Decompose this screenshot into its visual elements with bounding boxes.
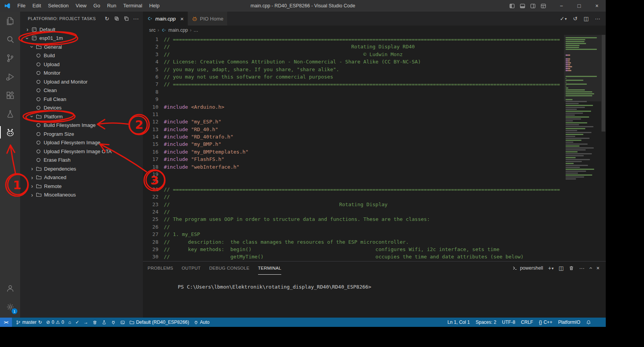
scrollbar-thumb[interactable] (602, 35, 605, 132)
line-number[interactable]: 26 (143, 223, 158, 231)
platformio-icon[interactable] (0, 123, 20, 142)
line-number[interactable]: 5 (143, 66, 158, 73)
cursor-position-item[interactable]: Ln 1, Col 1 (447, 320, 470, 325)
code-line[interactable]: 26// (143, 223, 564, 231)
line-number[interactable]: 22 (143, 193, 158, 200)
pio-home-button[interactable]: ⌂ (68, 320, 71, 325)
serial-port-item[interactable]: Auto (194, 320, 210, 325)
code-line[interactable]: 17#include "FlashFS.h" (143, 156, 564, 163)
code-text[interactable]: // =====================================… (158, 80, 560, 88)
code-line[interactable]: 10#include <Arduino.h> (143, 103, 564, 111)
code-text[interactable]: // (158, 193, 170, 200)
toggle-secondary-sidebar-icon[interactable] (530, 3, 536, 9)
code-text[interactable]: // key methods: begin() configures Wifi,… (158, 246, 500, 253)
code-line[interactable]: 11 (143, 111, 564, 118)
code-text[interactable]: // =====================================… (158, 36, 560, 43)
code-text[interactable]: #include "RD_40trafo.h" (158, 133, 233, 140)
editor[interactable]: 1// ====================================… (143, 35, 606, 261)
code-text[interactable]: // 1. my_ESP (158, 231, 200, 238)
line-number[interactable]: 12 (143, 118, 158, 125)
code-line[interactable]: 15#include "my_BMP.h" (143, 140, 564, 148)
code-line[interactable]: 31// myPassword() returns Wifi Password … (143, 261, 564, 261)
customize-layout-icon[interactable] (540, 3, 546, 9)
line-number[interactable]: 6 (143, 73, 158, 80)
code-text[interactable]: // description: the class manages the re… (158, 238, 409, 246)
tree-item-program-size[interactable]: Program Size (20, 130, 143, 138)
tree-item-advanced[interactable]: ›Advanced (20, 173, 143, 182)
code-text[interactable]: // you may use, adapt, share. If you sha… (158, 66, 339, 73)
platformio-status-item[interactable]: PlatformIO (558, 320, 580, 325)
line-number[interactable]: 19 (143, 171, 158, 178)
line-number[interactable]: 30 (143, 253, 158, 260)
tree-item-general[interactable]: ›General (20, 43, 143, 51)
tree-item-erase-flash[interactable]: Erase Flash (20, 156, 143, 165)
tree-item-upload[interactable]: Upload (20, 60, 143, 69)
code-line[interactable]: 21// ===================================… (143, 186, 564, 193)
new-terminal-button[interactable] (120, 320, 125, 325)
code-line[interactable]: 24// (143, 208, 564, 215)
tab-debug-console[interactable]: DEBUG CONSOLE (209, 262, 249, 275)
tree-item-default[interactable]: ›Default (20, 25, 143, 34)
code-line[interactable]: 9 (143, 96, 564, 103)
run-and-debug-icon[interactable] (0, 67, 20, 86)
menu-item[interactable]: File (14, 0, 29, 12)
menu-item[interactable]: Help (146, 0, 163, 12)
line-number[interactable]: 8 (143, 88, 158, 96)
tree-item-build[interactable]: Build (20, 51, 143, 60)
code-line[interactable]: 23// Rotating Display (143, 201, 564, 208)
more-actions-icon[interactable]: ··· (133, 15, 139, 22)
close-panel-icon[interactable]: × (596, 265, 600, 271)
maximize-panel-icon[interactable]: › (587, 267, 593, 269)
indentation-item[interactable]: Spaces: 2 (476, 320, 496, 325)
accounts-icon[interactable] (0, 279, 20, 297)
line-number[interactable]: 25 (143, 215, 158, 223)
code-line[interactable]: 25// The program uses OOP in order to st… (143, 215, 564, 223)
serial-monitor-button[interactable] (111, 320, 116, 325)
editor-scrollbar[interactable] (601, 35, 606, 261)
code-lines[interactable]: 1// ====================================… (143, 35, 564, 261)
code-line[interactable]: 1// ====================================… (143, 36, 564, 43)
code-line[interactable]: 20 (143, 178, 564, 185)
line-number[interactable]: 16 (143, 148, 158, 156)
terminal[interactable]: PS C:\Users\lbmon\Elektronik\rotating_di… (143, 275, 606, 296)
line-number[interactable]: 3 (143, 51, 158, 58)
code-line[interactable]: 14#include "RD_40trafo.h" (143, 133, 564, 140)
remote-indicator[interactable]: >< (0, 318, 12, 327)
breadcrumb[interactable]: src › main.cpp › … (143, 26, 606, 35)
code-line[interactable]: 2// Rotating Display RD40 (143, 43, 564, 50)
code-line[interactable]: 19 (143, 171, 564, 178)
pio-clean-button[interactable] (92, 320, 97, 325)
code-text[interactable]: // Rotating Display RD40 (158, 43, 415, 50)
minimize-button[interactable]: − (552, 0, 570, 12)
code-line[interactable]: 30// getMyTime() occupies the time and d… (143, 253, 564, 260)
minimap[interactable] (564, 35, 601, 261)
line-number[interactable]: 13 (143, 126, 158, 133)
code-line[interactable]: 8 (143, 88, 564, 96)
code-text[interactable] (158, 171, 164, 178)
line-number[interactable]: 20 (143, 178, 158, 185)
tab-output[interactable]: OUTPUT (182, 262, 201, 275)
line-number[interactable]: 9 (143, 96, 158, 103)
split-editor-icon[interactable]: ◫ (584, 15, 589, 22)
tab-terminal[interactable]: TERMINAL (258, 262, 282, 275)
code-line[interactable]: 29// key methods: begin() configures Wif… (143, 246, 564, 253)
run-check-icon[interactable]: ✓▾ (560, 15, 567, 22)
pio-test-button[interactable] (102, 320, 107, 325)
code-line[interactable]: 6// you may not use this software for co… (143, 73, 564, 80)
line-number[interactable]: 27 (143, 231, 158, 238)
line-number[interactable]: 4 (143, 58, 158, 65)
code-text[interactable]: // The program uses OOP in order to stru… (158, 215, 430, 223)
tree-item-esp01-1m[interactable]: ›esp01_1m (20, 34, 143, 43)
new-terminal-icon[interactable]: +▾ (548, 265, 554, 271)
language-mode-item[interactable]: {} C++ (539, 320, 552, 325)
menu-item[interactable]: Terminal (120, 0, 146, 12)
code-line[interactable]: 5// you may use, adapt, share. If you sh… (143, 66, 564, 73)
line-number[interactable]: 21 (143, 186, 158, 193)
line-number[interactable]: 29 (143, 246, 158, 253)
line-number[interactable]: 7 (143, 80, 158, 88)
line-number[interactable]: 2 (143, 43, 158, 50)
git-branch-item[interactable]: master ↻ (16, 320, 42, 325)
explorer-icon[interactable] (0, 12, 20, 30)
code-text[interactable]: // (158, 223, 170, 231)
line-number[interactable]: 15 (143, 140, 158, 148)
